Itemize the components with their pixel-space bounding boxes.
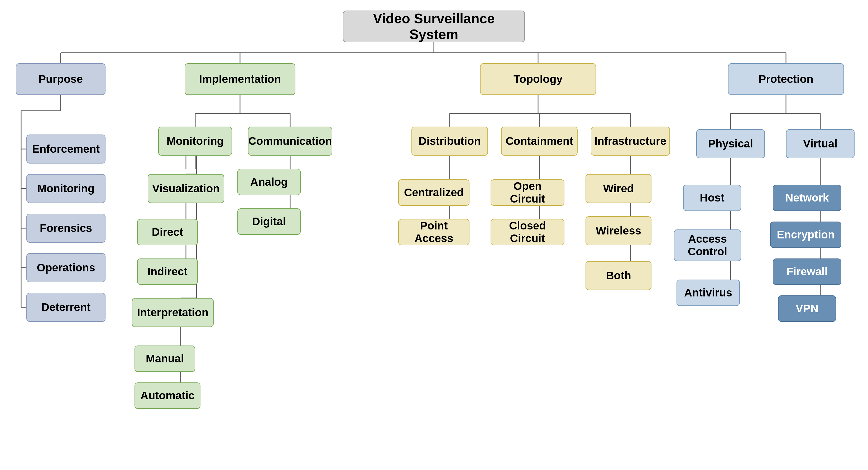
infrastructure-label: Infrastructure — [594, 135, 666, 148]
purpose-node: Purpose — [16, 63, 105, 95]
interpretation-label: Interpretation — [137, 306, 209, 319]
centralized-label: Centralized — [404, 186, 464, 199]
open-circuit-label: Open Circuit — [495, 180, 560, 205]
interpretation-node: Interpretation — [132, 298, 214, 327]
network-node: Network — [773, 185, 841, 211]
protection-label: Protection — [758, 73, 813, 86]
vpn-label: VPN — [796, 302, 818, 315]
deterrent-label: Deterrent — [41, 301, 91, 314]
enforcement-label: Enforcement — [32, 143, 100, 155]
firewall-node: Firewall — [773, 258, 841, 285]
diagram: Video Surveillance System Purpose Implem… — [0, 0, 868, 470]
network-label: Network — [785, 191, 829, 204]
analog-node: Analog — [237, 169, 301, 195]
infrastructure-node: Infrastructure — [591, 127, 670, 156]
open-circuit-node: Open Circuit — [491, 179, 564, 206]
wired-label: Wired — [603, 182, 634, 195]
implementation-node: Implementation — [185, 63, 296, 95]
closed-circuit-node: Closed Circuit — [491, 219, 564, 245]
wired-node: Wired — [586, 174, 651, 203]
enforcement-node: Enforcement — [26, 134, 105, 163]
firewall-label: Firewall — [786, 265, 828, 278]
indirect-node: Indirect — [137, 258, 198, 285]
distribution-node: Distribution — [411, 127, 488, 156]
visualization-label: Visualization — [152, 182, 220, 195]
physical-node: Physical — [696, 129, 765, 158]
encryption-label: Encryption — [777, 228, 835, 241]
wireless-label: Wireless — [596, 224, 641, 237]
access-control-node: Access Control — [674, 229, 741, 261]
visualization-node: Visualization — [148, 174, 224, 203]
manual-label: Manual — [146, 352, 184, 365]
physical-label: Physical — [708, 137, 753, 150]
communication-node: Communication — [248, 127, 332, 156]
forensics-label: Forensics — [40, 222, 92, 234]
virtual-label: Virtual — [803, 137, 837, 150]
deterrent-node: Deterrent — [26, 293, 105, 322]
centralized-node: Centralized — [398, 179, 469, 206]
encryption-node: Encryption — [770, 222, 841, 248]
topology-node: Topology — [480, 63, 596, 95]
root-label: Video Surveillance System — [348, 10, 520, 42]
containment-label: Containment — [506, 135, 574, 148]
vpn-node: VPN — [778, 295, 836, 322]
topology-label: Topology — [514, 73, 563, 86]
monitoring-impl-label: Monitoring — [167, 135, 224, 148]
wireless-node: Wireless — [586, 216, 651, 245]
indirect-label: Indirect — [148, 265, 188, 278]
purpose-label: Purpose — [38, 73, 83, 86]
root-node: Video Surveillance System — [343, 10, 525, 42]
both-node: Both — [586, 261, 651, 290]
antivirus-label: Antivirus — [684, 286, 732, 299]
analog-label: Analog — [250, 176, 288, 188]
digital-label: Digital — [252, 215, 286, 228]
closed-circuit-label: Closed Circuit — [495, 219, 560, 245]
forensics-node: Forensics — [26, 214, 105, 243]
operations-label: Operations — [37, 261, 95, 274]
direct-node: Direct — [137, 219, 198, 245]
both-label: Both — [606, 269, 631, 282]
distribution-label: Distribution — [418, 135, 481, 148]
antivirus-node: Antivirus — [677, 280, 740, 306]
virtual-node: Virtual — [786, 129, 855, 158]
automatic-node: Automatic — [134, 382, 200, 409]
automatic-label: Automatic — [140, 389, 194, 402]
protection-node: Protection — [728, 63, 844, 95]
host-label: Host — [700, 191, 724, 204]
monitoring-purpose-node: Monitoring — [26, 174, 105, 203]
direct-label: Direct — [152, 226, 183, 239]
point-access-node: Point Access — [398, 219, 469, 245]
containment-node: Containment — [501, 127, 578, 156]
manual-node: Manual — [134, 346, 195, 372]
communication-label: Communication — [248, 135, 332, 148]
access-control-label: Access Control — [688, 232, 727, 258]
digital-node: Digital — [237, 208, 301, 235]
point-access-label: Point Access — [403, 219, 465, 245]
host-node: Host — [683, 185, 741, 211]
monitoring-impl-node: Monitoring — [158, 127, 232, 156]
implementation-label: Implementation — [199, 73, 281, 86]
operations-node: Operations — [26, 253, 105, 282]
monitoring-purpose-label: Monitoring — [37, 182, 95, 195]
